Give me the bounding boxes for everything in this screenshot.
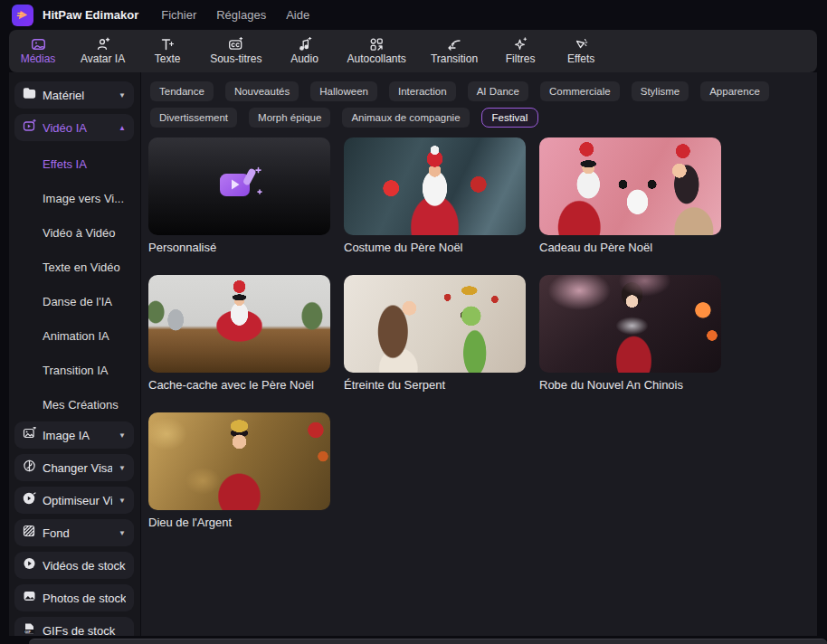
- chip-animaux-de-compagnie[interactable]: Animaux de compagnie: [342, 108, 469, 128]
- sidebar-item-optimiseur-video[interactable]: Optimiseur Vi... ▼: [14, 487, 134, 514]
- chip-festival[interactable]: Festival: [481, 108, 539, 128]
- sidebar-item-label: Vidéos de stock: [43, 559, 126, 573]
- media-toolbar: Médias Avatar IA Texte Sou: [9, 30, 817, 72]
- chevron-down-icon: ▼: [119, 431, 126, 440]
- custom-media-icon: [216, 165, 263, 206]
- effects-icon: [574, 37, 589, 52]
- tab-audio[interactable]: Audio: [285, 37, 325, 65]
- sidebar-item-image-ia[interactable]: Image IA ▼: [14, 421, 134, 449]
- template-thumbnail-cache-cache[interactable]: [148, 275, 330, 373]
- template-label: Dieu de l'Argent: [148, 516, 330, 530]
- template-card-cadeau-pere-noel: Cadeau du Père Noël: [539, 137, 721, 255]
- sidebar-subitem-image-vers-video[interactable]: Image vers Vi...: [9, 181, 140, 215]
- video-ai-icon: [23, 119, 36, 136]
- template-thumbnail-personnalise[interactable]: [148, 137, 330, 235]
- title-bar: HitPaw Edimakor Fichier Réglages Aide: [0, 0, 827, 30]
- sidebar-item-label: Changer Visa...: [43, 461, 112, 475]
- content-area: Matériel ▼ Vidéo IA ▲ Effets IA Image ve…: [9, 72, 817, 636]
- sidebar-subitem-texte-en-video[interactable]: Texte en Vidéo: [9, 250, 140, 284]
- tab-filtres-label: Filtres: [506, 53, 536, 65]
- tab-sous-titres-label: Sous-titres: [210, 53, 261, 65]
- sidebar-item-label: Vidéo IA: [43, 121, 112, 135]
- transition-icon: [446, 37, 462, 52]
- category-chips: Tendance Nouveautés Halloween Interactio…: [150, 81, 810, 128]
- app-logo-icon: [12, 5, 33, 26]
- tab-audio-label: Audio: [290, 53, 318, 65]
- chip-halloween[interactable]: Halloween: [310, 81, 377, 101]
- sidebar-item-gifs-de-stock[interactable]: GIF GIFs de stock: [14, 617, 134, 636]
- timeline-panel-edge: [29, 639, 827, 644]
- template-thumbnail-cadeau-pere-noel[interactable]: [539, 137, 721, 235]
- stock-photos-icon: [23, 590, 36, 606]
- sidebar-subitem-transition-ia[interactable]: Transition IA: [9, 353, 140, 387]
- background-icon: [23, 525, 36, 541]
- sidebar-item-label: GIFs de stock: [43, 624, 126, 637]
- chevron-down-icon: ▼: [119, 91, 126, 99]
- chip-interaction[interactable]: Interaction: [389, 81, 456, 101]
- tab-transition[interactable]: Transition: [429, 37, 480, 65]
- image-ai-icon: [23, 427, 36, 443]
- tab-filtres[interactable]: Filtres: [500, 37, 540, 65]
- tab-autocollants[interactable]: Autocollants: [346, 37, 408, 65]
- template-card-robe-nouvel-an: Robe du Nouvel An Chinois: [539, 275, 721, 393]
- menu-settings[interactable]: Réglages: [206, 5, 276, 25]
- chip-morph-epique[interactable]: Morph épique: [249, 108, 330, 128]
- media-icon: [31, 37, 46, 52]
- sidebar: Matériel ▼ Vidéo IA ▲ Effets IA Image ve…: [9, 72, 141, 636]
- video-enhancer-icon: [23, 492, 36, 508]
- app-title: HitPaw Edimakor: [43, 8, 138, 22]
- tab-sous-titres[interactable]: Sous-titres: [208, 37, 263, 65]
- chip-apparence[interactable]: Apparence: [700, 81, 769, 101]
- sidebar-subitem-danse-de-lia[interactable]: Danse de l'IA: [9, 284, 140, 318]
- sidebar-item-fond[interactable]: Fond ▼: [14, 519, 134, 546]
- stock-gifs-icon: GIF: [23, 622, 36, 636]
- sidebar-subitem-mes-creations[interactable]: Mes Créations: [9, 387, 140, 421]
- sidebar-item-label: Fond: [43, 526, 112, 540]
- subtitles-icon: [228, 37, 243, 52]
- chip-ai-dance[interactable]: AI Dance: [468, 81, 528, 101]
- template-card-dieu-de-largent: Dieu de l'Argent: [148, 412, 330, 530]
- chip-divertissement[interactable]: Divertissement: [150, 108, 237, 128]
- tab-transition-label: Transition: [431, 53, 478, 65]
- stock-videos-icon: [23, 557, 36, 573]
- template-thumbnail-robe-nouvel-an[interactable]: [539, 275, 721, 373]
- chip-commerciale[interactable]: Commerciale: [540, 81, 620, 101]
- tab-effets[interactable]: Effets: [561, 37, 601, 65]
- tab-avatar-ia[interactable]: Avatar IA: [79, 37, 127, 65]
- sidebar-item-materiel[interactable]: Matériel ▼: [14, 81, 134, 109]
- template-card-costume-pere-noel: Costume du Père Noël: [344, 137, 526, 255]
- menu-help[interactable]: Aide: [276, 5, 319, 25]
- sidebar-subitem-animation-ia[interactable]: Animation IA: [9, 318, 140, 353]
- face-swap-icon: [23, 459, 36, 476]
- tab-autocollants-label: Autocollants: [347, 53, 406, 65]
- template-thumbnail-dieu-de-largent[interactable]: [148, 412, 330, 510]
- tab-medias-label: Médias: [21, 53, 56, 65]
- sidebar-item-label: Matériel: [43, 89, 112, 102]
- menu-file[interactable]: Fichier: [151, 5, 206, 25]
- template-card-etreinte-du-serpent: Étreinte du Serpent: [344, 275, 526, 393]
- folder-icon: [23, 87, 36, 103]
- chip-nouveautes[interactable]: Nouveautés: [225, 81, 299, 101]
- template-thumbnail-etreinte-du-serpent[interactable]: [344, 275, 526, 373]
- text-icon: [160, 37, 175, 52]
- tab-medias[interactable]: Médias: [18, 37, 58, 65]
- sidebar-item-changer-visage[interactable]: Changer Visa... ▼: [14, 454, 134, 481]
- template-label: Cache-cache avec le Père Noël: [148, 378, 330, 393]
- template-thumbnail-costume-pere-noel[interactable]: [344, 137, 526, 235]
- sidebar-item-label: Image IA: [43, 429, 112, 442]
- template-label: Cadeau du Père Noël: [539, 241, 721, 255]
- chevron-down-icon: ▼: [119, 497, 126, 505]
- tab-avatar-ia-label: Avatar IA: [81, 53, 125, 65]
- chevron-up-icon: ▲: [119, 124, 126, 132]
- sidebar-subitem-video-a-video[interactable]: Vidéo à Vidéo: [9, 215, 140, 250]
- sidebar-item-photos-de-stock[interactable]: Photos de stock: [14, 584, 134, 611]
- stickers-icon: [369, 37, 384, 52]
- chip-stylisme[interactable]: Stylisme: [632, 81, 689, 101]
- sidebar-subitem-effets-ia[interactable]: Effets IA: [9, 147, 140, 181]
- chip-tendance[interactable]: Tendance: [150, 81, 214, 101]
- sidebar-item-videos-de-stock[interactable]: Vidéos de stock: [14, 552, 134, 579]
- tab-texte[interactable]: Texte: [147, 37, 187, 65]
- sidebar-item-label: Photos de stock: [43, 592, 126, 605]
- template-card-personnalise: Personnalisé: [148, 137, 330, 255]
- sidebar-item-video-ia[interactable]: Vidéo IA ▲: [14, 114, 134, 141]
